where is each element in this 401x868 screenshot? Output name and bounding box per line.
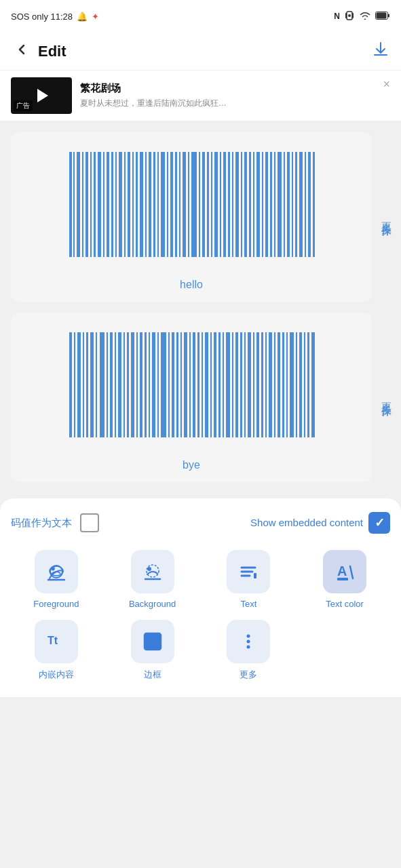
svg-rect-48 bbox=[244, 152, 247, 257]
svg-rect-93 bbox=[193, 332, 195, 437]
background-label: Background bbox=[129, 599, 176, 609]
svg-rect-68 bbox=[83, 332, 84, 437]
tool-border[interactable]: 边框 bbox=[107, 620, 198, 681]
svg-rect-52 bbox=[262, 152, 263, 257]
svg-rect-17 bbox=[111, 152, 113, 257]
tool-embedded[interactable]: Tt 内嵌内容 bbox=[11, 620, 102, 681]
tool-foreground[interactable]: Foreground bbox=[11, 550, 102, 609]
svg-rect-37 bbox=[199, 152, 200, 257]
svg-rect-79 bbox=[131, 332, 134, 437]
svg-point-3 bbox=[348, 14, 351, 17]
svg-rect-12 bbox=[90, 152, 92, 257]
border-icon bbox=[142, 631, 164, 652]
more-action-button-2[interactable]: 更多操作 bbox=[372, 389, 401, 406]
barcode-label-1: hello bbox=[180, 279, 203, 291]
svg-rect-7 bbox=[69, 152, 72, 257]
code-as-text-checkbox[interactable] bbox=[80, 513, 99, 532]
svg-rect-25 bbox=[145, 152, 147, 257]
tool-text-color[interactable]: A Text color bbox=[299, 550, 390, 609]
ad-info: 繁花剧场 夏时从未想过，重逢后陆南沉如此疯狂… bbox=[80, 82, 390, 109]
svg-rect-28 bbox=[157, 152, 159, 257]
tool-grid-row2: Tt 内嵌内容 边框 bbox=[11, 620, 390, 681]
svg-rect-97 bbox=[210, 332, 212, 437]
svg-rect-45 bbox=[232, 152, 233, 257]
svg-rect-8 bbox=[73, 152, 75, 257]
ad-close-button[interactable]: × bbox=[383, 77, 390, 92]
border-icon-box bbox=[131, 620, 174, 663]
svg-rect-72 bbox=[100, 332, 104, 437]
tool-background[interactable]: Background bbox=[107, 550, 198, 609]
svg-rect-91 bbox=[184, 332, 187, 437]
svg-line-135 bbox=[350, 566, 353, 578]
ad-thumbnail: 广告 bbox=[11, 77, 72, 114]
tool-grid-row1: Foreground Background bbox=[11, 550, 390, 609]
svg-point-125 bbox=[51, 568, 54, 571]
foreground-icon-box bbox=[35, 550, 78, 593]
svg-rect-9 bbox=[77, 152, 80, 257]
svg-rect-80 bbox=[136, 332, 138, 437]
show-embedded-option: Show embedded content bbox=[250, 512, 390, 534]
svg-rect-41 bbox=[214, 152, 218, 257]
barcode-card-1: hello bbox=[11, 132, 372, 302]
text-color-icon: A bbox=[334, 561, 356, 583]
wifi-icon bbox=[359, 11, 371, 22]
svg-rect-89 bbox=[176, 332, 178, 437]
battery-icon bbox=[375, 12, 390, 22]
svg-rect-110 bbox=[265, 332, 267, 437]
svg-rect-106 bbox=[248, 332, 251, 437]
svg-rect-18 bbox=[115, 152, 117, 257]
top-bar: Edit bbox=[0, 33, 401, 71]
svg-rect-27 bbox=[153, 152, 155, 257]
svg-rect-99 bbox=[218, 332, 221, 437]
svg-rect-32 bbox=[175, 152, 177, 257]
svg-rect-47 bbox=[241, 152, 242, 257]
barcode-image-2 bbox=[22, 329, 361, 451]
svg-rect-116 bbox=[290, 332, 294, 437]
show-embedded-checkbox[interactable] bbox=[368, 512, 390, 534]
svg-rect-62 bbox=[305, 152, 306, 257]
sos-text: SOS only 11:28 bbox=[11, 12, 73, 22]
status-bar: SOS only 11:28 🔔 ✦ N bbox=[0, 0, 401, 33]
svg-rect-67 bbox=[77, 332, 81, 437]
tool-more[interactable]: 更多 bbox=[204, 620, 294, 681]
svg-rect-40 bbox=[211, 152, 212, 257]
svg-rect-114 bbox=[282, 332, 284, 437]
svg-rect-85 bbox=[157, 332, 159, 437]
svg-rect-107 bbox=[253, 332, 254, 437]
svg-rect-104 bbox=[240, 332, 242, 437]
svg-rect-23 bbox=[136, 152, 138, 257]
svg-rect-65 bbox=[69, 332, 72, 437]
status-right: N bbox=[334, 10, 390, 23]
download-button[interactable] bbox=[371, 40, 390, 63]
svg-rect-60 bbox=[295, 152, 297, 257]
svg-rect-51 bbox=[256, 152, 260, 257]
svg-rect-86 bbox=[161, 332, 166, 437]
svg-rect-120 bbox=[307, 332, 309, 437]
svg-rect-50 bbox=[253, 152, 254, 257]
svg-rect-53 bbox=[265, 152, 268, 257]
back-button[interactable] bbox=[11, 39, 33, 64]
foreground-label: Foreground bbox=[33, 599, 79, 609]
svg-rect-20 bbox=[124, 152, 126, 257]
options-row: 码值作为文本 Show embedded content bbox=[11, 512, 390, 534]
svg-rect-109 bbox=[261, 332, 263, 437]
background-icon bbox=[142, 561, 164, 583]
border-label: 边框 bbox=[144, 669, 161, 681]
barcode-card-2: bye bbox=[11, 313, 372, 482]
svg-rect-75 bbox=[115, 332, 116, 437]
ad-description: 夏时从未想过，重逢后陆南沉如此疯狂… bbox=[80, 98, 284, 109]
nfc-icon: N bbox=[334, 12, 340, 21]
svg-rect-55 bbox=[274, 152, 275, 257]
barcode-label-2: bye bbox=[183, 459, 200, 471]
svg-point-142 bbox=[247, 646, 250, 649]
svg-rect-81 bbox=[140, 332, 142, 437]
text-color-label: Text color bbox=[326, 599, 364, 609]
foreground-icon bbox=[45, 561, 67, 583]
tool-text[interactable]: Text bbox=[204, 550, 294, 609]
more-action-button-1[interactable]: 更多操作 bbox=[372, 209, 401, 225]
svg-rect-96 bbox=[205, 332, 208, 437]
show-embedded-label: Show embedded content bbox=[250, 516, 363, 530]
svg-rect-74 bbox=[110, 332, 113, 437]
svg-rect-132 bbox=[254, 573, 256, 578]
svg-rect-54 bbox=[270, 152, 272, 257]
